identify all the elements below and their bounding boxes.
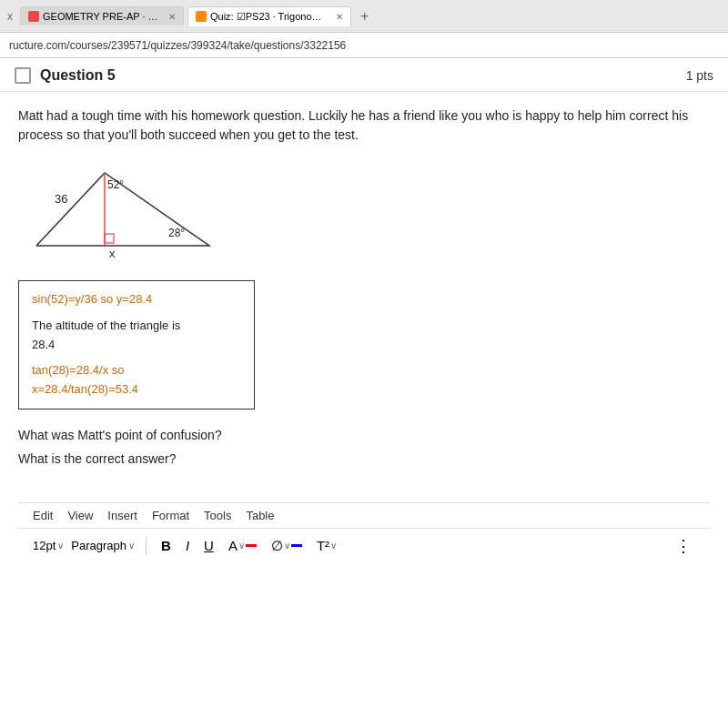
menu-edit[interactable]: Edit — [33, 509, 53, 522]
underline-button[interactable]: U — [200, 536, 217, 555]
points-badge: 1 pts — [686, 68, 713, 83]
font-size-selector[interactable]: 12pt ∨ — [33, 539, 64, 552]
font-size-value: 12pt — [33, 539, 56, 552]
sub-question-2: What is the correct answer? — [18, 451, 710, 466]
close-button[interactable]: x — [7, 10, 13, 23]
tab-close-geometry[interactable]: ✕ — [168, 12, 176, 22]
paragraph-selector[interactable]: Paragraph ∨ — [71, 539, 135, 552]
svg-text:x: x — [109, 247, 116, 259]
italic-button[interactable]: I — [182, 536, 193, 555]
work-line-4: tan(28)=28.4/x so — [32, 361, 241, 380]
superscript-chevron[interactable]: ∨ — [330, 541, 337, 551]
font-color-chevron[interactable]: ∨ — [238, 541, 245, 551]
svg-text:36: 36 — [55, 192, 67, 206]
highlight-color-bar — [291, 544, 302, 547]
triangle-diagram: 36 52° 28° x — [27, 159, 710, 262]
font-color-label: A — [228, 538, 238, 553]
work-line-blank2 — [32, 354, 241, 361]
work-line-blank1 — [32, 309, 241, 317]
paragraph-chevron[interactable]: ∨ — [128, 541, 135, 551]
menu-view[interactable]: View — [67, 509, 93, 522]
menu-table[interactable]: Table — [246, 509, 274, 522]
svg-text:28°: 28° — [168, 227, 185, 239]
superscript-label: T² — [317, 538, 329, 553]
menu-format[interactable]: Format — [152, 509, 189, 522]
sub-question-1: What was Matt's point of confusion? — [18, 428, 710, 442]
menu-insert[interactable]: Insert — [107, 509, 137, 522]
highlight-button[interactable]: ∅ ∨ — [268, 536, 306, 556]
work-line-3: 28.4 — [32, 336, 241, 355]
editor-format-bar: 12pt ∨ Paragraph ∨ B I U A ∨ ∅ ∨ — [18, 528, 710, 563]
toolbar-separator-1 — [146, 537, 147, 555]
tab-label-geometry: GEOMETRY PRE-AP · 008 · Cur... — [43, 11, 161, 22]
main-content: Question 5 1 pts Matt had a tough time w… — [0, 58, 728, 728]
work-line-5: x=28.4/tan(28)=53.4 — [32, 380, 241, 399]
editor-menu-bar: Edit View Insert Format Tools Table — [18, 502, 710, 528]
question-header: Question 5 1 pts — [0, 58, 728, 92]
menu-tools[interactable]: Tools — [204, 509, 231, 522]
highlight-chevron[interactable]: ∨ — [284, 541, 290, 551]
tab-label-quiz: Quiz: ☑PS23 · Trigonometry · D... — [210, 11, 329, 23]
question-checkbox[interactable] — [15, 67, 31, 84]
work-line-2: The altitude of the triangle is — [32, 317, 241, 336]
question-body-text: Matt had a tough time with his homework … — [18, 106, 710, 145]
address-bar[interactable]: ructure.com/courses/239571/quizzes/39932… — [0, 33, 728, 58]
bold-button[interactable]: B — [157, 536, 175, 555]
question-title: Question 5 — [40, 67, 116, 84]
font-color-bar — [246, 544, 257, 547]
svg-rect-1 — [105, 234, 114, 243]
work-line-1: sin(52)=y/36 so y=28.4 — [32, 290, 241, 309]
more-options-button[interactable]: ⋮ — [672, 534, 695, 558]
tab-geometry[interactable]: GEOMETRY PRE-AP · 008 · Cur... ✕ — [20, 6, 184, 25]
tab-quiz[interactable]: Quiz: ☑PS23 · Trigonometry · D... ✕ — [187, 6, 351, 26]
question-body: Matt had a tough time with his homework … — [0, 92, 728, 578]
question-header-left: Question 5 — [15, 67, 116, 84]
font-size-chevron[interactable]: ∨ — [57, 541, 64, 551]
superscript-button[interactable]: T² ∨ — [313, 536, 340, 555]
tab-icon-geometry — [28, 11, 39, 22]
new-tab-button[interactable]: + — [355, 8, 374, 25]
paragraph-label: Paragraph — [71, 539, 126, 552]
work-box: sin(52)=y/36 so y=28.4 The altitude of t… — [18, 280, 255, 410]
triangle-svg: 36 52° 28° x — [27, 159, 228, 259]
font-color-button[interactable]: A ∨ — [225, 536, 260, 555]
highlight-label: ∅ — [271, 538, 283, 554]
tab-close-quiz[interactable]: ✕ — [336, 12, 343, 22]
svg-text:52°: 52° — [107, 178, 124, 191]
browser-tab-bar: x GEOMETRY PRE-AP · 008 · Cur... ✕ Quiz:… — [0, 0, 728, 33]
tab-icon-quiz — [196, 11, 207, 22]
url-text: ructure.com/courses/239571/quizzes/39932… — [9, 39, 346, 52]
